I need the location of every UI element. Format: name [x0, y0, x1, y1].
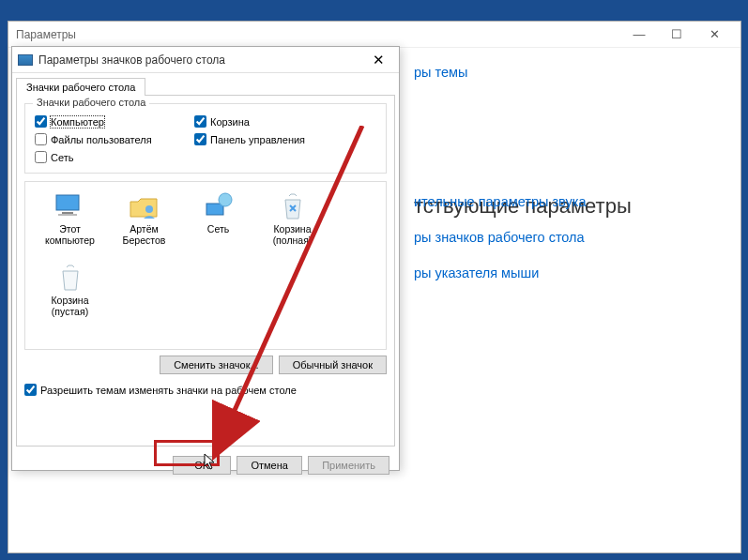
icon-recycle-empty[interactable]: Корзина (пустая)	[35, 263, 105, 330]
recycle-bin-empty-icon	[53, 263, 87, 293]
tab-desktop-icons[interactable]: Значки рабочего стола	[16, 78, 145, 96]
checkbox-allow-themes-input[interactable]	[24, 384, 37, 396]
checkbox-network-input[interactable]	[35, 151, 47, 163]
dialog-title: Параметры значков рабочего стола	[38, 53, 363, 67]
icon-preview-list: Этот компьютер Артём Берестов Сеть Корзи…	[24, 181, 387, 350]
icon-label: Этот компьютер	[35, 223, 105, 246]
recycle-bin-full-icon	[276, 191, 310, 221]
group-title: Значки рабочего стола	[33, 97, 149, 108]
checkbox-computer[interactable]: Компьютер	[35, 115, 185, 128]
icon-user-files[interactable]: Артём Берестов	[109, 191, 179, 259]
tab-row: Значки рабочего стола	[12, 73, 399, 95]
dialog-close-button[interactable]: ✕	[363, 50, 393, 70]
svg-rect-2	[58, 214, 77, 216]
dialog-titlebar: Параметры значков рабочего стола ✕	[12, 47, 399, 73]
desktop-icons-settings-link[interactable]: ры значков рабочего стола	[414, 230, 585, 245]
theme-link-fragment[interactable]: ры темы	[414, 65, 467, 80]
ok-button[interactable]: OK	[173, 456, 231, 475]
svg-rect-0	[56, 195, 79, 210]
close-button[interactable]: ✕	[695, 24, 733, 45]
checkbox-cpanel[interactable]: Панель управления	[194, 133, 344, 145]
checkbox-recycle-input[interactable]	[194, 115, 206, 128]
mouse-pointer-settings-link[interactable]: ры указателя мыши	[414, 265, 539, 280]
icon-network[interactable]: Сеть	[183, 191, 253, 259]
icon-label: Корзина (пустая)	[35, 295, 105, 317]
icon-recycle-full[interactable]: Корзина (полная)	[257, 191, 328, 259]
checkbox-cpanel-input[interactable]	[194, 133, 206, 145]
desktop-icons-group: Значки рабочего стола Компьютер Корзина …	[24, 103, 387, 174]
sound-settings-link[interactable]: ительные параметры звука	[414, 194, 586, 209]
svg-point-5	[219, 193, 232, 206]
cancel-button[interactable]: Отмена	[237, 456, 302, 475]
minimize-button[interactable]: —	[620, 24, 658, 45]
apply-button[interactable]: Применить	[308, 456, 389, 475]
icon-this-pc[interactable]: Этот компьютер	[35, 191, 105, 259]
tab-content: Значки рабочего стола Компьютер Корзина …	[16, 95, 395, 446]
checkbox-recycle[interactable]: Корзина	[194, 115, 344, 128]
checkbox-userfiles-input[interactable]	[35, 133, 47, 145]
dialog-icon	[18, 54, 33, 66]
checkbox-userfiles[interactable]: Файлы пользователя	[35, 133, 185, 145]
settings-titlebar: Параметры — ☐ ✕	[8, 22, 740, 48]
maximize-button[interactable]: ☐	[658, 24, 695, 45]
network-icon	[202, 191, 236, 221]
settings-window-title: Параметры	[16, 28, 620, 41]
change-icon-button[interactable]: Сменить значок...	[160, 356, 273, 374]
svg-point-3	[145, 205, 153, 213]
icon-label: Сеть	[207, 223, 229, 235]
svg-rect-1	[62, 212, 73, 214]
pc-icon	[53, 191, 87, 221]
checkbox-allow-themes[interactable]: Разрешить темам изменять значки на рабоч…	[24, 384, 387, 396]
default-icon-button[interactable]: Обычный значок	[279, 356, 387, 374]
icon-label: Корзина (полная)	[257, 223, 328, 246]
user-folder-icon	[128, 191, 161, 221]
icon-label: Артём Берестов	[109, 223, 179, 246]
desktop-icon-settings-dialog: Параметры значков рабочего стола ✕ Значк…	[11, 46, 400, 471]
checkbox-network[interactable]: Сеть	[35, 151, 185, 163]
checkbox-computer-input[interactable]	[35, 115, 47, 128]
